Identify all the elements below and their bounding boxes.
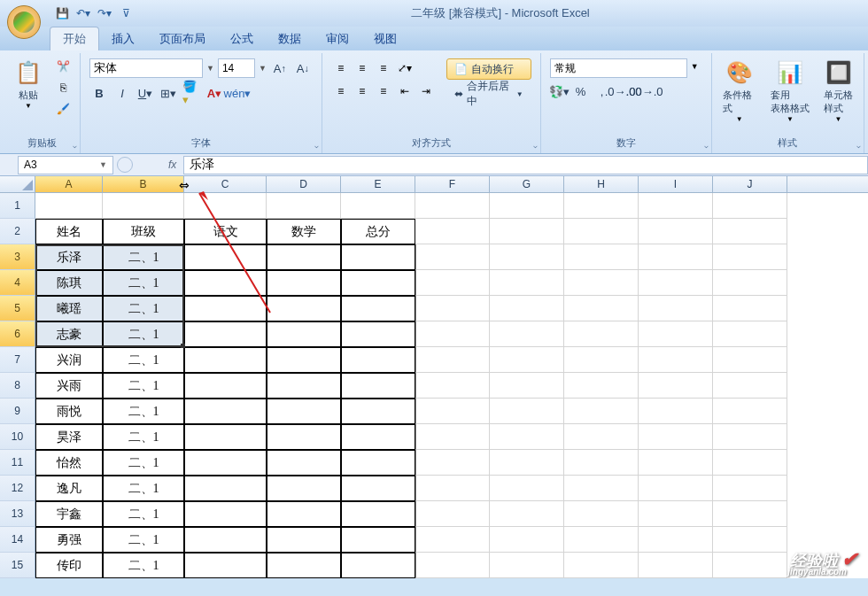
col-header-A[interactable]: A [35,176,103,192]
cell[interactable] [639,450,713,476]
cell[interactable]: 昊泽 [35,424,103,450]
cell[interactable] [490,193,564,219]
col-header-I[interactable]: I [639,176,713,192]
cell[interactable] [184,193,267,219]
decrease-indent-icon[interactable]: ⇤ [395,81,415,101]
col-header-C[interactable]: C [184,176,267,192]
cell[interactable] [639,424,713,450]
cell[interactable] [490,527,564,553]
tab-layout[interactable]: 页面布局 [147,27,218,50]
decrease-font-icon[interactable]: A↓ [293,58,313,78]
cell[interactable] [267,476,341,501]
cell[interactable] [415,193,490,219]
copy-icon[interactable]: ⎘ [55,80,71,96]
col-header-J[interactable]: J [713,176,787,192]
cell[interactable] [341,244,415,270]
row-header-6[interactable]: 6 [0,321,35,347]
cut-icon[interactable]: ✂️ [55,58,71,74]
cell[interactable] [341,270,415,296]
cell[interactable] [415,296,490,321]
cell[interactable] [415,501,490,527]
name-box[interactable]: A3 ▼ [18,156,113,174]
table-format-button[interactable]: 📊 套用 表格格式 ▼ [765,55,815,135]
orientation-icon[interactable]: ⤢▾ [395,58,415,78]
cell[interactable] [184,321,267,347]
align-middle-icon[interactable]: ≡ [353,58,372,78]
cell[interactable] [341,399,415,424]
qat-dropdown-icon[interactable]: ⊽ [119,6,133,20]
cell[interactable] [564,296,639,321]
formula-input[interactable]: 乐泽 [183,156,868,174]
cell[interactable] [713,193,787,219]
cell[interactable]: 二、1 [103,270,184,296]
row-header-14[interactable]: 14 [0,527,35,553]
tab-insert[interactable]: 插入 [99,27,147,50]
col-header-F[interactable]: F [415,176,490,192]
cell[interactable]: 陈琪 [35,270,103,296]
cell[interactable] [713,553,787,578]
cell[interactable]: 雨悦 [35,399,103,424]
cell[interactable] [490,373,564,399]
align-left-icon[interactable]: ≡ [331,81,351,101]
cell[interactable] [415,399,490,424]
cell[interactable] [341,193,415,219]
row-header-13[interactable]: 13 [0,501,35,527]
align-top-icon[interactable]: ≡ [331,58,351,78]
cell[interactable] [341,373,415,399]
cell[interactable] [639,373,713,399]
phonetic-button[interactable]: wén▾ [228,83,247,103]
cell[interactable] [415,373,490,399]
cell[interactable]: 勇强 [35,527,103,553]
row-header-12[interactable]: 12 [0,476,35,501]
cell[interactable] [184,270,267,296]
name-box-dropdown-icon[interactable]: ▼ [99,160,107,169]
align-bottom-icon[interactable]: ≡ [374,58,393,78]
cell[interactable] [639,321,713,347]
cell[interactable] [415,450,490,476]
cell[interactable] [267,321,341,347]
cell[interactable] [490,399,564,424]
cell[interactable] [639,219,713,244]
cell[interactable] [184,244,267,270]
cell[interactable] [490,244,564,270]
cell[interactable] [713,270,787,296]
cell[interactable]: 兴润 [35,347,103,373]
cell[interactable] [490,270,564,296]
cell[interactable] [267,270,341,296]
cell[interactable] [564,347,639,373]
cell[interactable] [490,501,564,527]
cell[interactable] [415,347,490,373]
tab-home[interactable]: 开始 [50,27,99,50]
cell[interactable] [415,476,490,501]
cell[interactable] [490,476,564,501]
cell[interactable]: 宇鑫 [35,501,103,527]
cell[interactable]: 语文 [184,219,267,244]
cell-style-button[interactable]: 🔲 单元格 样式 ▼ [818,55,858,135]
cell[interactable] [564,450,639,476]
cell[interactable] [713,424,787,450]
cell[interactable]: 二、1 [103,399,184,424]
row-header-5[interactable]: 5 [0,296,35,321]
increase-indent-icon[interactable]: ⇥ [416,81,436,101]
col-header-H[interactable]: H [564,176,639,192]
paste-button[interactable]: 📋 粘贴 ▼ [9,55,48,135]
cell[interactable] [267,373,341,399]
cell[interactable] [341,321,415,347]
cell[interactable] [639,244,713,270]
cell[interactable]: 二、1 [103,527,184,553]
cell[interactable] [490,296,564,321]
cell[interactable] [341,476,415,501]
row-header-11[interactable]: 11 [0,450,35,476]
row-header-7[interactable]: 7 [0,347,35,373]
cell[interactable] [267,193,341,219]
row-header-4[interactable]: 4 [0,270,35,296]
currency-button[interactable]: 💱▾ [550,81,570,101]
tab-data[interactable]: 数据 [266,27,314,50]
row-header-3[interactable]: 3 [0,244,35,270]
bold-button[interactable]: B [89,83,109,103]
cell[interactable] [341,296,415,321]
row-header-8[interactable]: 8 [0,373,35,399]
font-size-select[interactable] [218,58,255,78]
cell[interactable] [103,193,184,219]
cell[interactable] [415,527,490,553]
